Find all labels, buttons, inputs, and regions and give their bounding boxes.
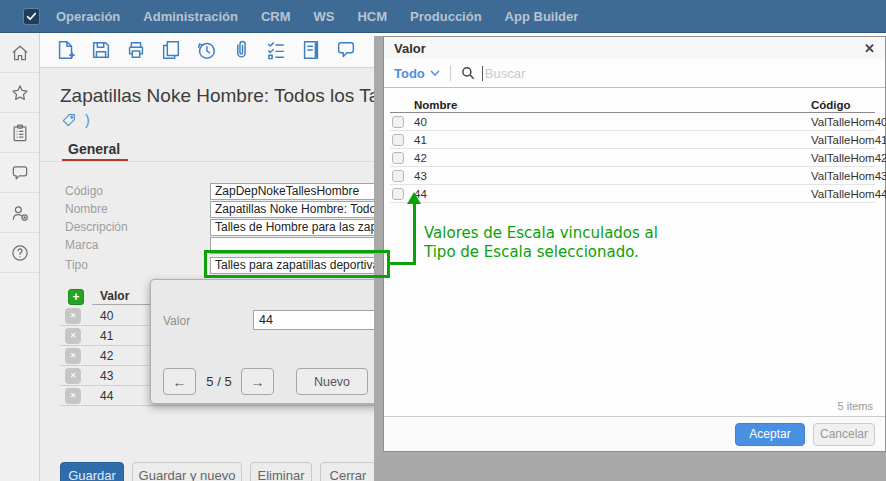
- popup-search-bar: Todo Buscar: [384, 59, 885, 88]
- print-icon[interactable]: [125, 39, 147, 61]
- popup-table-row[interactable]: 41 ValTalleHom41: [390, 131, 875, 149]
- accept-button[interactable]: Aceptar: [735, 423, 805, 446]
- messages-bubble-icon[interactable]: [0, 153, 39, 193]
- field-label: Tipo: [65, 258, 210, 272]
- tag-icon[interactable]: [61, 112, 77, 128]
- popup-table-row[interactable]: 44 ValTalleHom44: [390, 185, 875, 203]
- grid-cell-valor: 43: [100, 369, 113, 383]
- add-user-icon[interactable]: [0, 193, 39, 233]
- comment-icon[interactable]: [335, 39, 357, 61]
- popup-titlebar: Valor ✕: [384, 37, 885, 59]
- cell-nombre: 40: [414, 116, 811, 128]
- column-header-nombre[interactable]: Nombre: [414, 99, 811, 111]
- menu-app-builder[interactable]: App Builder: [505, 9, 579, 24]
- row-checkbox[interactable]: [392, 170, 404, 182]
- annotation-connector-horizontal: [388, 262, 416, 265]
- annotation-highlight-box: [204, 250, 390, 278]
- cell-codigo: ValTalleHom42: [811, 152, 875, 164]
- annotation-text: Valores de Escala vinculados al Tipo de …: [424, 224, 658, 262]
- grid-add-row-button[interactable]: +: [68, 289, 84, 305]
- tab-general[interactable]: General: [68, 141, 120, 157]
- new-button[interactable]: Nuevo: [296, 368, 368, 395]
- close-button[interactable]: Cerrar: [320, 462, 376, 481]
- popup-table-row[interactable]: 40 ValTalleHom40: [390, 113, 875, 131]
- chevron-down-icon[interactable]: [430, 70, 440, 76]
- popup-footer: Aceptar Cancelar: [384, 416, 885, 451]
- cell-nombre: 41: [414, 134, 811, 146]
- search-divider: [450, 65, 451, 81]
- checklist-icon[interactable]: [265, 39, 287, 61]
- form-action-bar: Guardar Guardar y nuevo Eliminar Cerrar: [60, 462, 376, 481]
- text-cursor: [482, 66, 483, 81]
- cell-codigo: ValTalleHom43: [811, 170, 875, 182]
- menu-produccion[interactable]: Producción: [410, 9, 482, 24]
- grid-cell-valor: 40: [100, 309, 113, 323]
- row-checkbox[interactable]: [392, 152, 404, 164]
- close-icon[interactable]: ✕: [864, 41, 875, 56]
- delete-row-icon[interactable]: ✕: [65, 328, 81, 344]
- popup-title: Valor: [394, 41, 864, 56]
- tasks-clipboard-icon[interactable]: [0, 113, 39, 153]
- record-edit-modal: Valor 44 ← 5 / 5 → Nuevo: [150, 279, 395, 404]
- delete-row-icon[interactable]: ✕: [65, 388, 81, 404]
- previous-record-button[interactable]: ←: [163, 368, 196, 395]
- help-icon[interactable]: [0, 233, 39, 273]
- delete-row-icon[interactable]: ✕: [65, 348, 81, 364]
- cell-nombre: 43: [414, 170, 811, 182]
- cancel-button[interactable]: Cancelar: [813, 423, 875, 446]
- history-icon[interactable]: [195, 39, 217, 61]
- new-record-icon[interactable]: [55, 39, 77, 61]
- breadcrumb: ): [61, 112, 90, 128]
- grid-column-header-valor[interactable]: Valor: [100, 289, 129, 303]
- menu-administracion[interactable]: Administración: [143, 9, 238, 24]
- menu-crm[interactable]: CRM: [261, 9, 291, 24]
- delete-row-icon[interactable]: ✕: [65, 368, 81, 384]
- grid-cell-valor: 42: [100, 349, 113, 363]
- save-button[interactable]: Guardar: [60, 462, 124, 481]
- popup-table-header: Nombre Código: [390, 97, 875, 113]
- field-label: Código: [65, 184, 210, 198]
- menu-hcm[interactable]: HCM: [357, 9, 387, 24]
- page-title: Zapatillas Noke Hombre: Todos los Talles: [60, 85, 408, 107]
- breadcrumb-expand-glyph[interactable]: ): [85, 112, 90, 128]
- app-window: Operación Administración CRM WS HCM Prod…: [0, 0, 886, 481]
- favorites-star-icon[interactable]: [0, 73, 39, 113]
- popup-table-row[interactable]: 42 ValTalleHom42: [390, 149, 875, 167]
- cell-codigo: ValTalleHom44: [811, 188, 875, 200]
- menu-ws[interactable]: WS: [314, 9, 335, 24]
- save-icon[interactable]: [90, 39, 112, 61]
- field-label: Descripción: [65, 220, 210, 234]
- app-logo-icon[interactable]: [23, 8, 40, 25]
- delete-button[interactable]: Eliminar: [250, 462, 312, 481]
- items-count: 5 items: [838, 400, 873, 412]
- row-checkbox[interactable]: [392, 116, 404, 128]
- annotation-arrowhead-icon: [407, 192, 421, 204]
- cell-nombre: 42: [414, 152, 811, 164]
- cell-codigo: ValTalleHom41: [811, 134, 875, 146]
- tab-bar-divider: [40, 161, 380, 162]
- cell-nombre: 44: [414, 188, 811, 200]
- register-icon[interactable]: [300, 39, 322, 61]
- attachment-icon[interactable]: [230, 39, 252, 61]
- home-icon[interactable]: [0, 33, 39, 73]
- main-menu: Operación Administración CRM WS HCM Prod…: [56, 9, 578, 24]
- next-record-button[interactable]: →: [241, 368, 274, 395]
- left-sidebar: [0, 33, 40, 481]
- copy-icon[interactable]: [160, 39, 182, 61]
- annotation-connector-vertical: [413, 203, 416, 265]
- row-checkbox[interactable]: [392, 188, 404, 200]
- menu-operacion[interactable]: Operación: [56, 9, 120, 24]
- top-navbar: Operación Administración CRM WS HCM Prod…: [0, 0, 886, 33]
- grid-cell-valor: 41: [100, 329, 113, 343]
- search-input[interactable]: Buscar: [485, 66, 525, 81]
- column-header-codigo[interactable]: Código: [811, 99, 875, 111]
- filter-dropdown[interactable]: Todo: [394, 66, 425, 81]
- popup-table-row[interactable]: 43 ValTalleHom43: [390, 167, 875, 185]
- modal-field-label: Valor: [163, 314, 190, 328]
- field-label: Nombre: [65, 202, 210, 216]
- record-pager: 5 / 5: [199, 374, 239, 389]
- save-and-new-button[interactable]: Guardar y nuevo: [132, 462, 242, 481]
- search-icon: [461, 66, 475, 80]
- delete-row-icon[interactable]: ✕: [65, 308, 81, 324]
- row-checkbox[interactable]: [392, 134, 404, 146]
